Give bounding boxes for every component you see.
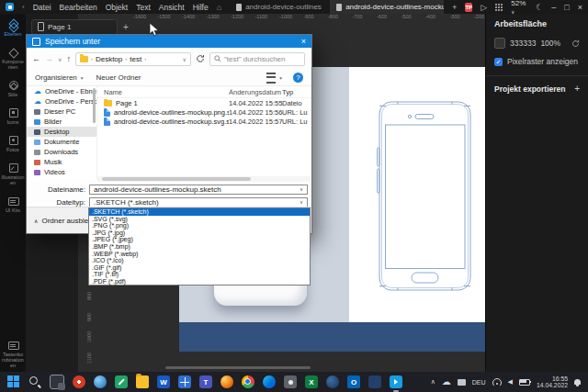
taskbar-app-chrome-icon[interactable] (242, 375, 254, 388)
breadcrumb[interactable]: › Desktop › test › ∨ (75, 52, 191, 66)
menu-ansicht[interactable]: Ansicht (159, 3, 185, 12)
filetype-option[interactable]: .PDF (*.pdf) (89, 278, 310, 286)
sidebar-item-icons[interactable]: Icons (0, 107, 26, 125)
preview-play-icon[interactable]: ▷ (481, 3, 487, 12)
taskbar-app-explorer-icon[interactable] (136, 375, 149, 388)
window-maximize-button[interactable]: □ (564, 3, 569, 12)
nav-dieser-pc[interactable]: Dieser PC (27, 106, 96, 117)
window-minimize-button[interactable]: – (551, 3, 556, 12)
doc-tab-active[interactable]: android-device-outlines-mockup × (330, 0, 444, 14)
filetype-option[interactable]: .JPG (*.jpg) (89, 230, 310, 237)
menu-text[interactable]: Text (136, 3, 151, 12)
help-button[interactable]: ? (293, 73, 303, 83)
chevron-down-icon[interactable]: ∨ (300, 199, 303, 205)
filetype-dropdown-list[interactable]: .SKETCH (*.sketch).SVG (*.svg).PNG (*.pn… (88, 207, 311, 286)
taskbar-app-lunacy-icon[interactable] (390, 375, 402, 388)
nav-pane-scrollbar[interactable] (93, 88, 96, 123)
sidebar-item-stile[interactable]: Stile (0, 80, 26, 97)
filetype-option[interactable]: .BMP (*.bmp) (89, 243, 310, 251)
battery-icon[interactable] (519, 379, 530, 386)
forward-button[interactable]: → (45, 54, 53, 63)
breadcrumb-test[interactable]: test (130, 55, 141, 63)
filetype-option[interactable]: .SKETCH (*.sketch) (89, 208, 310, 216)
taskbar-app-teams-icon[interactable]: T (199, 375, 212, 388)
breadcrumb-desktop[interactable]: Desktop (96, 55, 122, 63)
wifi-icon[interactable] (492, 378, 502, 386)
add-page-button[interactable]: + (123, 22, 129, 32)
keyboard-language-indicator[interactable]: DEU (472, 379, 486, 386)
search-input[interactable]: "test" durchsuchen (209, 52, 305, 66)
dark-mode-icon[interactable]: ☾ (536, 3, 543, 12)
filetype-option[interactable]: .PNG (*.png) (89, 222, 310, 230)
chevron-down-icon[interactable]: ∨ (300, 186, 303, 192)
taskbar-app-edge-icon[interactable] (263, 375, 276, 388)
taskbar-app-navy-icon[interactable] (368, 375, 381, 388)
phone-wireframe-outline[interactable] (368, 97, 485, 308)
filetype-option[interactable]: .GIF (*.gif) (89, 264, 310, 272)
sidebar-item-illustrationen[interactable]: Illustrationen (0, 162, 26, 185)
sidebar-item-komponenten[interactable]: Komponenten (0, 47, 26, 70)
clock[interactable]: 16:55 14.04.2022 (537, 375, 568, 389)
nav-onedrive-ebner[interactable]: ☁OneDrive - Ebner (27, 86, 96, 96)
filetype-option[interactable]: .JPEG (*.jpeg) (89, 236, 310, 243)
filetype-option[interactable]: .SVG (*.svg) (89, 216, 310, 223)
user-avatar[interactable]: TP (465, 3, 472, 12)
pixel-grid-checkbox[interactable]: ✓ (494, 58, 503, 66)
tray-overflow-chevron-icon[interactable]: ∧ (431, 378, 435, 386)
up-button[interactable]: ↑ (66, 54, 71, 63)
dialog-titlebar[interactable]: Speichern unter × (27, 35, 311, 48)
column-type[interactable]: Typ (282, 88, 311, 96)
nav-onedrive-personal[interactable]: ☁OneDrive - Person (27, 96, 96, 106)
artboard-blue-band[interactable] (179, 322, 485, 352)
color-swatch[interactable] (494, 38, 505, 49)
history-dropdown-icon[interactable]: ∨ (58, 56, 62, 62)
menu-datei[interactable]: Datei (33, 3, 51, 12)
page-tab[interactable]: Page 1 (31, 19, 118, 35)
breadcrumb-dropdown-icon[interactable]: ∨ (183, 56, 187, 62)
file-row-svg-sketch[interactable]: android-device-outlines-mockup.svg.sketc… (97, 117, 311, 126)
taskbar-app-win-icon[interactable] (7, 375, 20, 388)
refresh-icon[interactable] (571, 39, 580, 48)
doc-tab-inactive[interactable]: android-device-outlines-mocku... (230, 0, 322, 14)
view-mode-icon[interactable] (266, 73, 276, 84)
add-export-button[interactable]: + (574, 84, 580, 94)
menu-hilfe[interactable]: Hilfe (193, 3, 209, 12)
taskbar-app-pinwheel-icon[interactable] (73, 375, 85, 388)
organize-button[interactable]: Organisieren (35, 73, 77, 82)
new-tab-button[interactable]: + (452, 3, 457, 12)
nav-dokumente[interactable]: Dokumente (27, 137, 96, 147)
nav-videos[interactable]: Videos (27, 167, 96, 177)
nav-bilder[interactable]: Bilder (27, 117, 96, 127)
color-hex-value[interactable]: 333333 (510, 39, 536, 48)
refresh-button[interactable] (196, 54, 205, 63)
taskbar-app-remote-icon[interactable] (178, 375, 191, 388)
menu-bearbeiten[interactable]: Bearbeiten (60, 3, 97, 12)
filetype-option[interactable]: .WEBP (*.webp) (89, 251, 310, 258)
new-folder-button[interactable]: Neuer Ordner (96, 73, 141, 82)
taskbar-app-globe-icon[interactable] (94, 375, 107, 388)
taskbar-app-outlook-icon[interactable]: O (347, 375, 360, 388)
zoom-level-control[interactable]: 52% ∨ (511, 0, 527, 16)
taskbar-app-bird-icon[interactable] (326, 375, 339, 388)
taskbar-app-taskview-icon[interactable] (50, 375, 64, 389)
export-project-row[interactable]: Projekt exportieren + (494, 84, 580, 94)
file-row-page1[interactable]: Page 1 14.04.2022 15:55 Dateio (97, 98, 311, 107)
tray-device-icon[interactable] (458, 379, 466, 386)
canvas-horizontal-scrollbar[interactable] (165, 366, 311, 369)
taskbar-app-excel-icon[interactable]: X (305, 375, 318, 388)
onedrive-tray-icon[interactable]: ☁ (442, 377, 451, 386)
taskbar-app-word-icon[interactable]: W (157, 375, 170, 388)
collapse-chevron-icon[interactable]: ‹ (22, 3, 25, 11)
window-close-button[interactable]: × (578, 3, 582, 12)
menu-objekt[interactable]: Objekt (106, 3, 129, 12)
sidebar-item-fotos[interactable]: Fotos (0, 135, 26, 152)
filetype-select[interactable]: .SKETCH (*.sketch) ∨ (89, 197, 308, 207)
filename-input[interactable]: android-device-outlines-mockup.sketch ∨ (89, 185, 308, 195)
sidebar-item-shortcuts[interactable]: Tastenkombi­nationen (0, 340, 26, 368)
taskbar-app-photos-icon[interactable] (284, 375, 297, 388)
notifications-bell-icon[interactable] (574, 379, 581, 385)
dialog-close-button[interactable]: × (301, 37, 306, 46)
filetype-option[interactable]: .TIF (*.tif) (89, 271, 310, 278)
nav-downloads[interactable]: Downloads (27, 147, 96, 157)
taskbar-app-editor-icon[interactable] (115, 375, 128, 388)
